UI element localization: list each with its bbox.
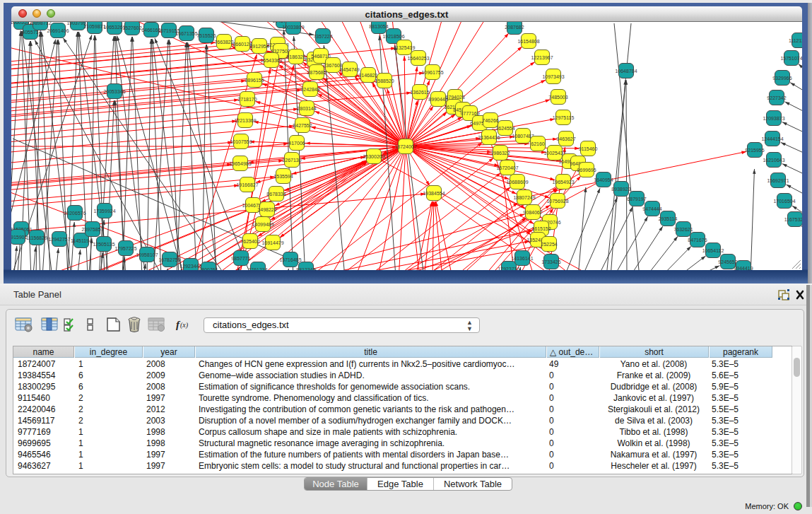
svg-text:12942757: 12942757 [48, 237, 70, 242]
svg-text:3915901: 3915901 [11, 235, 28, 240]
svg-text:9242848: 9242848 [300, 87, 319, 92]
svg-text:17359924: 17359924 [93, 209, 115, 214]
svg-text:7515526: 7515526 [196, 33, 216, 38]
svg-text:1733426: 1733426 [541, 259, 560, 264]
svg-text:3267130: 3267130 [282, 158, 301, 163]
svg-text:16543362: 16543362 [260, 58, 282, 63]
svg-text:2087682: 2087682 [505, 25, 524, 30]
svg-text:19218506: 19218506 [382, 34, 404, 39]
svg-text:19166827: 19166827 [236, 182, 258, 187]
svg-text:19384554: 19384554 [423, 191, 445, 196]
svg-text:10648784: 10648784 [615, 69, 637, 74]
svg-text:8454749: 8454749 [340, 67, 359, 72]
svg-text:7485003: 7485003 [548, 95, 567, 100]
svg-text:10807487: 10807487 [512, 134, 534, 139]
svg-text:10025433: 10025433 [543, 151, 565, 156]
svg-text:16671355: 16671355 [175, 31, 197, 36]
svg-text:8215955: 8215955 [745, 148, 764, 153]
svg-text:16210643: 16210643 [763, 158, 784, 163]
svg-text:1535594: 1535594 [273, 174, 293, 179]
svg-text:10107553: 10107553 [230, 139, 252, 144]
svg-text:3875685: 3875685 [307, 70, 326, 75]
svg-text:6794028: 6794028 [445, 95, 464, 100]
svg-text:9146821: 9146821 [358, 73, 377, 78]
svg-text:1615152: 1615152 [531, 226, 551, 231]
svg-text:9084067: 9084067 [523, 210, 542, 215]
svg-text:12213369: 12213369 [234, 118, 256, 123]
svg-text:7357224: 7357224 [313, 34, 332, 39]
svg-text:8186328: 8186328 [286, 54, 305, 59]
svg-text:1588520: 1588520 [375, 78, 394, 83]
svg-text:746266: 746266 [482, 118, 498, 123]
svg-text:15716485: 15716485 [279, 257, 301, 262]
svg-text:7663822: 7663822 [214, 40, 233, 45]
svg-text:19654983: 19654983 [229, 161, 251, 166]
svg-text:62160: 62160 [531, 141, 545, 146]
svg-text:18724007: 18724007 [394, 144, 416, 149]
svg-text:12505135: 12505135 [93, 242, 114, 247]
svg-text:9115460: 9115460 [579, 146, 598, 151]
svg-text:10973493: 10973493 [542, 74, 564, 79]
svg-text:252254: 252254 [541, 242, 557, 247]
svg-text:18807249: 18807249 [513, 195, 535, 200]
svg-text:2935114: 2935114 [659, 216, 678, 221]
svg-text:21059871: 21059871 [83, 24, 105, 29]
svg-text:10958107: 10958107 [136, 252, 158, 257]
svg-text:7632621: 7632621 [673, 227, 693, 232]
svg-text:17957225: 17957225 [114, 246, 136, 251]
svg-text:12444154: 12444154 [761, 136, 783, 141]
svg-text:17923716: 17923716 [498, 267, 519, 271]
svg-text:21364436: 21364436 [478, 135, 500, 140]
svg-text:17016504: 17016504 [773, 199, 795, 204]
svg-text:9227342: 9227342 [767, 95, 786, 100]
svg-text:7625402: 7625402 [240, 239, 259, 244]
svg-text:20898712: 20898712 [29, 22, 51, 25]
svg-text:11451194: 11451194 [71, 238, 92, 243]
svg-text:9474444: 9474444 [642, 206, 661, 211]
svg-text:9329966: 9329966 [772, 76, 792, 81]
svg-text:14136141: 14136141 [511, 256, 533, 261]
svg-text:16914479: 16914479 [261, 240, 283, 245]
svg-text:15720407: 15720407 [496, 165, 518, 170]
svg-text:(x): (x) [180, 321, 189, 329]
svg-text:9699695: 9699695 [577, 168, 596, 173]
svg-text:9245652: 9245652 [718, 259, 737, 264]
svg-text:9800761: 9800761 [199, 267, 218, 271]
svg-text:25300203: 25300203 [363, 154, 384, 159]
svg-text:11121313: 11121313 [789, 38, 802, 43]
svg-text:23975857: 23975857 [81, 227, 103, 232]
svg-text:3624554: 3624554 [495, 126, 514, 131]
svg-text:9777169: 9777169 [460, 111, 479, 116]
svg-text:1362615: 1362615 [410, 90, 429, 95]
svg-text:19654923: 19654923 [552, 180, 574, 185]
svg-text:9944419: 9944419 [734, 266, 753, 271]
svg-text:20691406: 20691406 [47, 28, 69, 33]
svg-text:7761234: 7761234 [248, 267, 267, 271]
svg-text:11325419: 11325419 [394, 45, 416, 50]
svg-text:8678334: 8678334 [266, 192, 286, 197]
svg-text:9463627: 9463627 [556, 136, 575, 141]
svg-text:10654112: 10654112 [702, 248, 724, 253]
svg-text:417006: 417006 [288, 141, 305, 146]
svg-text:16782759: 16782759 [158, 257, 180, 262]
svg-text:8427552: 8427552 [293, 123, 312, 128]
svg-text:15640253: 15640253 [407, 56, 429, 61]
svg-text:12975115: 12975115 [553, 115, 575, 120]
svg-text:2803144: 2803144 [297, 106, 316, 111]
svg-text:16154808: 16154808 [517, 39, 539, 44]
svg-text:8938923: 8938923 [611, 187, 630, 192]
svg-text:11156829: 11156829 [26, 235, 47, 240]
svg-text:9857771: 9857771 [231, 256, 250, 261]
svg-text:8471676: 8471676 [688, 238, 707, 243]
svg-text:8812345: 8812345 [296, 267, 315, 271]
svg-text:1527602: 1527602 [122, 25, 141, 30]
svg-text:12213967: 12213967 [531, 55, 553, 60]
svg-text:7986322: 7986322 [490, 151, 510, 156]
svg-text:5468710: 5468710 [311, 54, 330, 59]
svg-text:15692971: 15692971 [767, 178, 789, 183]
svg-text:10688609: 10688609 [506, 180, 528, 185]
svg-text:10033809: 10033809 [282, 25, 304, 30]
svg-text:2718170: 2718170 [237, 97, 257, 102]
svg-text:9896159: 9896159 [245, 78, 264, 83]
svg-text:3498222: 3498222 [257, 207, 276, 212]
